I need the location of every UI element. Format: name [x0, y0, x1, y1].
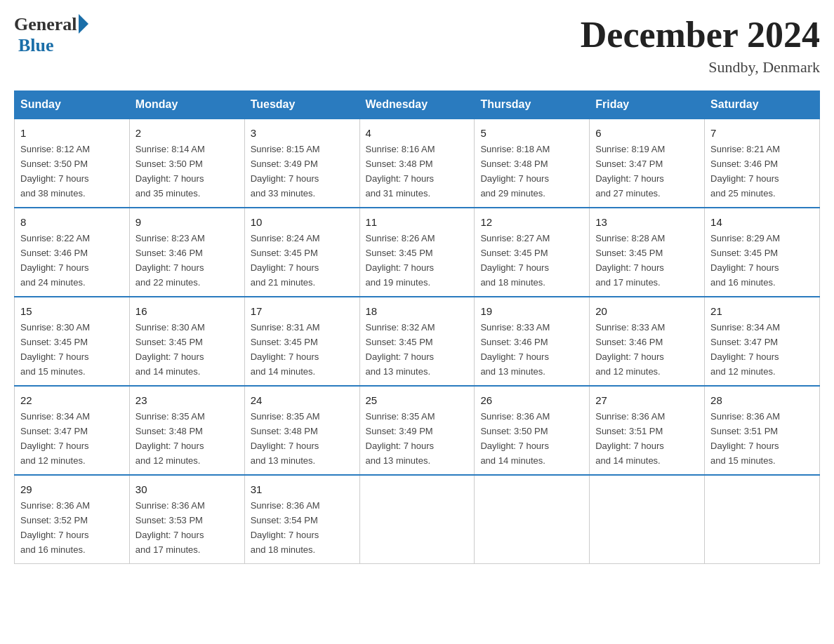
day-number: 19	[480, 303, 583, 319]
day-number: 30	[135, 481, 239, 497]
calendar-cell	[475, 475, 590, 563]
calendar-cell: 1Sunrise: 8:12 AM Sunset: 3:50 PM Daylig…	[15, 119, 130, 208]
calendar-cell: 25Sunrise: 8:35 AM Sunset: 3:49 PM Dayli…	[359, 386, 475, 475]
day-number: 12	[480, 214, 583, 230]
calendar-day-header: Sunday	[15, 91, 130, 119]
day-info: Sunrise: 8:34 AM Sunset: 3:47 PM Dayligh…	[710, 322, 780, 377]
day-info: Sunrise: 8:36 AM Sunset: 3:53 PM Dayligh…	[135, 500, 205, 555]
calendar-cell	[359, 475, 475, 563]
calendar-cell: 8Sunrise: 8:22 AM Sunset: 3:46 PM Daylig…	[15, 208, 130, 297]
calendar-cell: 20Sunrise: 8:33 AM Sunset: 3:46 PM Dayli…	[590, 297, 705, 386]
logo-arrow-icon	[79, 14, 88, 34]
day-number: 27	[595, 392, 699, 408]
day-number: 8	[20, 214, 124, 230]
day-info: Sunrise: 8:33 AM Sunset: 3:46 PM Dayligh…	[595, 322, 665, 377]
calendar-day-header: Wednesday	[359, 91, 475, 119]
calendar-day-header: Friday	[590, 91, 705, 119]
calendar-cell: 10Sunrise: 8:24 AM Sunset: 3:45 PM Dayli…	[244, 208, 359, 297]
day-info: Sunrise: 8:34 AM Sunset: 3:47 PM Dayligh…	[20, 411, 90, 466]
day-number: 24	[251, 392, 354, 408]
calendar-cell	[705, 475, 820, 563]
day-number: 3	[251, 125, 354, 141]
day-number: 6	[595, 125, 699, 141]
calendar-cell: 24Sunrise: 8:35 AM Sunset: 3:48 PM Dayli…	[244, 386, 359, 475]
day-info: Sunrise: 8:35 AM Sunset: 3:49 PM Dayligh…	[366, 411, 435, 466]
calendar-cell: 15Sunrise: 8:30 AM Sunset: 3:45 PM Dayli…	[15, 297, 130, 386]
calendar-cell: 6Sunrise: 8:19 AM Sunset: 3:47 PM Daylig…	[590, 119, 705, 208]
day-number: 28	[710, 392, 814, 408]
day-info: Sunrise: 8:22 AM Sunset: 3:46 PM Dayligh…	[20, 233, 90, 288]
day-info: Sunrise: 8:30 AM Sunset: 3:45 PM Dayligh…	[20, 322, 90, 377]
calendar-cell: 28Sunrise: 8:36 AM Sunset: 3:51 PM Dayli…	[705, 386, 820, 475]
calendar-week-row: 22Sunrise: 8:34 AM Sunset: 3:47 PM Dayli…	[15, 386, 820, 475]
day-number: 1	[20, 125, 124, 141]
day-info: Sunrise: 8:30 AM Sunset: 3:45 PM Dayligh…	[135, 322, 205, 377]
calendar-day-header: Saturday	[705, 91, 820, 119]
day-number: 4	[366, 125, 469, 141]
calendar-week-row: 8Sunrise: 8:22 AM Sunset: 3:46 PM Daylig…	[15, 208, 820, 297]
calendar-cell: 26Sunrise: 8:36 AM Sunset: 3:50 PM Dayli…	[475, 386, 590, 475]
day-info: Sunrise: 8:24 AM Sunset: 3:45 PM Dayligh…	[251, 233, 320, 288]
day-number: 18	[366, 303, 469, 319]
day-info: Sunrise: 8:36 AM Sunset: 3:51 PM Dayligh…	[710, 411, 780, 466]
calendar-cell: 31Sunrise: 8:36 AM Sunset: 3:54 PM Dayli…	[244, 475, 359, 563]
month-title: December 2024	[581, 14, 820, 55]
calendar-day-header: Thursday	[475, 91, 590, 119]
day-info: Sunrise: 8:23 AM Sunset: 3:46 PM Dayligh…	[135, 233, 205, 288]
title-area: December 2024 Sundby, Denmark	[581, 14, 820, 76]
calendar-cell: 12Sunrise: 8:27 AM Sunset: 3:45 PM Dayli…	[475, 208, 590, 297]
day-number: 9	[135, 214, 239, 230]
calendar-cell: 27Sunrise: 8:36 AM Sunset: 3:51 PM Dayli…	[590, 386, 705, 475]
calendar-header-row: SundayMondayTuesdayWednesdayThursdayFrid…	[15, 91, 820, 119]
day-info: Sunrise: 8:16 AM Sunset: 3:48 PM Dayligh…	[366, 144, 435, 199]
calendar-cell: 5Sunrise: 8:18 AM Sunset: 3:48 PM Daylig…	[475, 119, 590, 208]
day-info: Sunrise: 8:18 AM Sunset: 3:48 PM Dayligh…	[480, 144, 550, 199]
day-info: Sunrise: 8:36 AM Sunset: 3:50 PM Dayligh…	[480, 411, 550, 466]
day-info: Sunrise: 8:21 AM Sunset: 3:46 PM Dayligh…	[710, 144, 780, 199]
calendar-cell: 19Sunrise: 8:33 AM Sunset: 3:46 PM Dayli…	[475, 297, 590, 386]
day-number: 21	[710, 303, 814, 319]
calendar-cell: 4Sunrise: 8:16 AM Sunset: 3:48 PM Daylig…	[359, 119, 475, 208]
logo-general-text: General	[14, 14, 77, 35]
calendar-day-header: Tuesday	[244, 91, 359, 119]
calendar-cell: 13Sunrise: 8:28 AM Sunset: 3:45 PM Dayli…	[590, 208, 705, 297]
calendar-cell: 7Sunrise: 8:21 AM Sunset: 3:46 PM Daylig…	[705, 119, 820, 208]
calendar-cell: 9Sunrise: 8:23 AM Sunset: 3:46 PM Daylig…	[129, 208, 244, 297]
calendar-week-row: 29Sunrise: 8:36 AM Sunset: 3:52 PM Dayli…	[15, 475, 820, 563]
day-info: Sunrise: 8:15 AM Sunset: 3:49 PM Dayligh…	[251, 144, 320, 199]
day-info: Sunrise: 8:31 AM Sunset: 3:45 PM Dayligh…	[251, 322, 320, 377]
day-info: Sunrise: 8:36 AM Sunset: 3:52 PM Dayligh…	[20, 500, 90, 555]
calendar-cell: 11Sunrise: 8:26 AM Sunset: 3:45 PM Dayli…	[359, 208, 475, 297]
calendar-table: SundayMondayTuesdayWednesdayThursdayFrid…	[14, 90, 820, 564]
day-number: 7	[710, 125, 814, 141]
day-number: 16	[135, 303, 239, 319]
calendar-cell: 21Sunrise: 8:34 AM Sunset: 3:47 PM Dayli…	[705, 297, 820, 386]
day-info: Sunrise: 8:28 AM Sunset: 3:45 PM Dayligh…	[595, 233, 665, 288]
calendar-cell: 17Sunrise: 8:31 AM Sunset: 3:45 PM Dayli…	[244, 297, 359, 386]
calendar-cell	[590, 475, 705, 563]
day-number: 5	[480, 125, 583, 141]
calendar-cell: 14Sunrise: 8:29 AM Sunset: 3:45 PM Dayli…	[705, 208, 820, 297]
day-info: Sunrise: 8:36 AM Sunset: 3:51 PM Dayligh…	[595, 411, 665, 466]
calendar-cell: 18Sunrise: 8:32 AM Sunset: 3:45 PM Dayli…	[359, 297, 475, 386]
calendar-cell: 16Sunrise: 8:30 AM Sunset: 3:45 PM Dayli…	[129, 297, 244, 386]
logo-blue-text: Blue	[18, 35, 54, 55]
day-number: 15	[20, 303, 124, 319]
day-number: 2	[135, 125, 239, 141]
page-header: General Blue December 2024 Sundby, Denma…	[14, 14, 820, 76]
day-number: 17	[251, 303, 354, 319]
calendar-day-header: Monday	[129, 91, 244, 119]
day-info: Sunrise: 8:35 AM Sunset: 3:48 PM Dayligh…	[135, 411, 205, 466]
day-info: Sunrise: 8:36 AM Sunset: 3:54 PM Dayligh…	[251, 500, 320, 555]
day-info: Sunrise: 8:32 AM Sunset: 3:45 PM Dayligh…	[366, 322, 435, 377]
location-subtitle: Sundby, Denmark	[581, 58, 820, 76]
calendar-cell: 29Sunrise: 8:36 AM Sunset: 3:52 PM Dayli…	[15, 475, 130, 563]
day-number: 14	[710, 214, 814, 230]
calendar-week-row: 1Sunrise: 8:12 AM Sunset: 3:50 PM Daylig…	[15, 119, 820, 208]
day-number: 23	[135, 392, 239, 408]
day-info: Sunrise: 8:14 AM Sunset: 3:50 PM Dayligh…	[135, 144, 205, 199]
day-number: 22	[20, 392, 124, 408]
day-number: 11	[366, 214, 469, 230]
calendar-cell: 22Sunrise: 8:34 AM Sunset: 3:47 PM Dayli…	[15, 386, 130, 475]
day-number: 13	[595, 214, 699, 230]
